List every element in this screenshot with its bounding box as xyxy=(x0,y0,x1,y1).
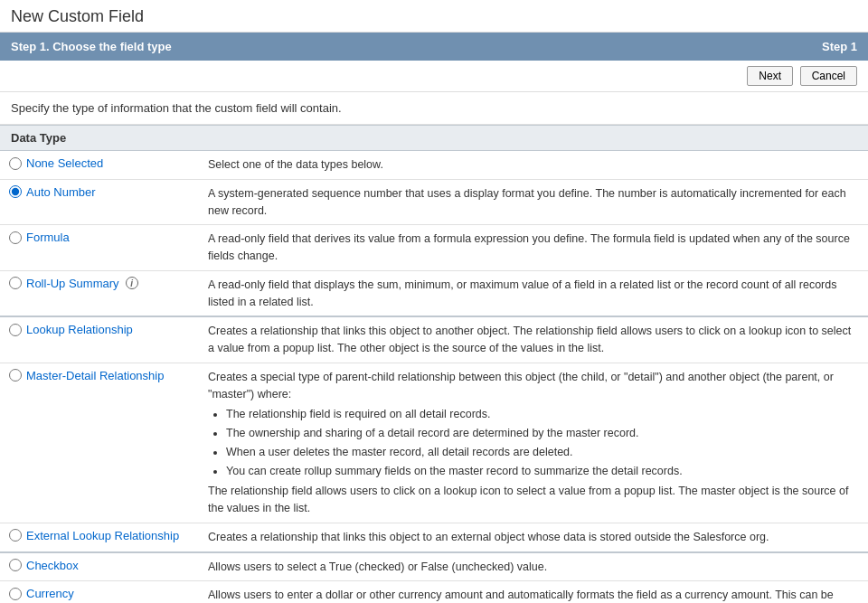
currency-link[interactable]: Currency xyxy=(26,587,74,600)
auto-number-radio[interactable] xyxy=(9,185,22,198)
field-name-cell-none-selected: None Selected xyxy=(0,151,199,180)
rollup-radio[interactable] xyxy=(9,277,22,289)
cancel-button[interactable]: Cancel xyxy=(800,66,857,86)
field-name-cell-master-detail: Master-Detail Relationship xyxy=(0,363,199,523)
table-row: External Lookup Relationship Creates a r… xyxy=(0,523,868,551)
currency-label[interactable]: Currency xyxy=(9,587,190,600)
auto-number-label[interactable]: Auto Number xyxy=(9,185,190,199)
field-name-cell-auto-number: Auto Number xyxy=(0,179,199,225)
field-description: Specify the type of information that the… xyxy=(11,101,342,115)
field-desc-master-detail: Creates a special type of parent-child r… xyxy=(199,363,868,523)
lookup-label[interactable]: Lookup Relationship xyxy=(9,323,190,336)
description-bar: Specify the type of information that the… xyxy=(0,92,868,125)
table-header-cell: Data Type xyxy=(0,126,868,151)
master-detail-link[interactable]: Master-Detail Relationship xyxy=(26,369,164,382)
field-desc-formula: A read-only field that derives its value… xyxy=(199,225,868,271)
step-header-left: Step 1. Choose the field type xyxy=(11,40,172,53)
field-desc-auto-number: A system-generated sequence number that … xyxy=(199,179,868,225)
external-lookup-radio[interactable] xyxy=(9,529,22,542)
rollup-info-icon[interactable]: i xyxy=(126,277,138,289)
list-item: When a user deletes the master record, a… xyxy=(226,444,859,461)
content-area: Data Type None Selected Select one of th… xyxy=(0,125,868,603)
none-selected-link[interactable]: None Selected xyxy=(26,156,103,170)
table-row: Checkbox Allows users to select a True (… xyxy=(0,552,868,581)
list-item: The relationship field is required on al… xyxy=(226,406,859,423)
next-button[interactable]: Next xyxy=(747,66,793,86)
step-header-right: Step 1 xyxy=(822,40,857,53)
field-name-cell-external-lookup: External Lookup Relationship xyxy=(0,523,199,551)
page-header: New Custom Field xyxy=(0,0,868,33)
formula-radio[interactable] xyxy=(9,231,22,244)
field-desc-external-lookup: Creates a relationship that links this o… xyxy=(199,523,868,551)
checkbox-link[interactable]: Checkbox xyxy=(26,559,79,572)
list-item: The ownership and sharing of a detail re… xyxy=(226,425,859,442)
field-desc-none-selected: Select one of the data types below. xyxy=(199,151,868,180)
master-detail-label[interactable]: Master-Detail Relationship xyxy=(9,369,190,382)
master-detail-radio[interactable] xyxy=(9,369,22,382)
master-detail-bullets: The relationship field is required on al… xyxy=(226,406,859,479)
table-row: Currency Allows users to enter a dollar … xyxy=(0,581,868,603)
field-desc-checkbox: Allows users to select a True (checked) … xyxy=(199,552,868,581)
table-header-row: Data Type xyxy=(0,126,868,151)
field-name-cell-checkbox: Checkbox xyxy=(0,552,199,581)
field-desc-lookup: Creates a relationship that links this o… xyxy=(199,316,868,363)
field-name-cell-lookup: Lookup Relationship xyxy=(0,316,199,363)
table-row: Auto Number A system-generated sequence … xyxy=(0,179,868,225)
checkbox-label[interactable]: Checkbox xyxy=(9,559,190,572)
data-type-table: Data Type None Selected Select one of th… xyxy=(0,125,868,603)
lookup-link[interactable]: Lookup Relationship xyxy=(26,323,133,336)
auto-number-link[interactable]: Auto Number xyxy=(26,185,96,199)
field-desc-currency: Allows users to enter a dollar or other … xyxy=(199,581,868,603)
actions-bar: Next Cancel xyxy=(0,61,868,92)
formula-link[interactable]: Formula xyxy=(26,231,70,244)
rollup-label[interactable]: Roll-Up Summary i xyxy=(9,277,190,290)
formula-label[interactable]: Formula xyxy=(9,231,190,244)
external-lookup-link[interactable]: External Lookup Relationship xyxy=(26,529,179,542)
field-name-cell-formula: Formula xyxy=(0,225,199,271)
field-desc-rollup: A read-only field that displays the sum,… xyxy=(199,270,868,316)
none-selected-radio[interactable] xyxy=(9,157,22,170)
table-row: Lookup Relationship Creates a relationsh… xyxy=(0,316,868,363)
none-selected-label[interactable]: None Selected xyxy=(9,156,190,170)
table-row: None Selected Select one of the data typ… xyxy=(0,151,868,180)
table-row: Roll-Up Summary i A read-only field that… xyxy=(0,270,868,316)
field-name-cell-rollup: Roll-Up Summary i xyxy=(0,270,199,316)
external-lookup-label[interactable]: External Lookup Relationship xyxy=(9,529,190,542)
lookup-radio[interactable] xyxy=(9,324,22,336)
step-header: Step 1. Choose the field type Step 1 xyxy=(0,33,868,61)
table-row: Formula A read-only field that derives i… xyxy=(0,225,868,271)
field-name-cell-currency: Currency xyxy=(0,581,199,603)
checkbox-radio[interactable] xyxy=(9,559,22,571)
rollup-link[interactable]: Roll-Up Summary xyxy=(26,277,119,290)
list-item: You can create rollup summary fields on … xyxy=(226,463,859,480)
currency-radio[interactable] xyxy=(9,588,22,600)
table-row: Master-Detail Relationship Creates a spe… xyxy=(0,363,868,523)
page-title: New Custom Field xyxy=(11,7,857,26)
